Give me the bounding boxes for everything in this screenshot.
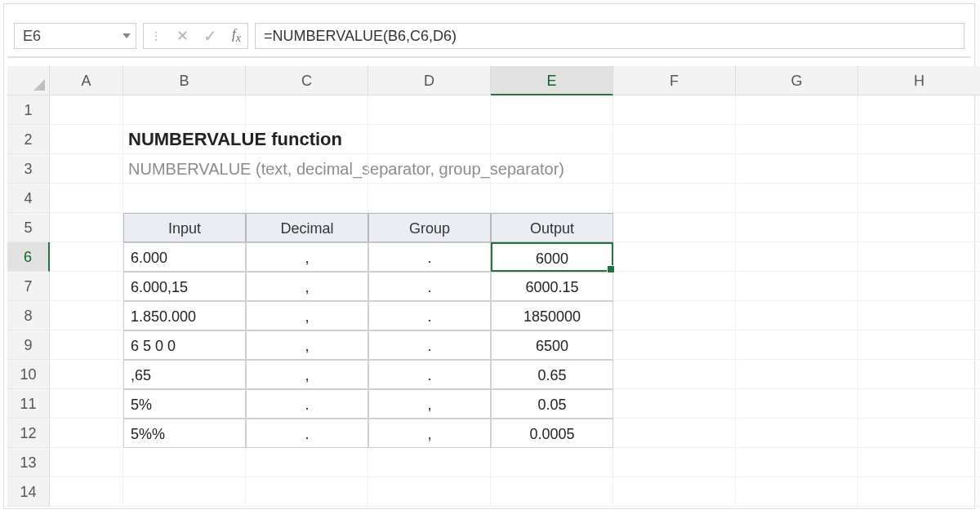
cell-B11[interactable]: 5% — [123, 389, 246, 419]
cell-F6[interactable] — [613, 242, 736, 272]
cell-C8[interactable]: , — [246, 301, 368, 330]
formula-input[interactable]: =NUMBERVALUE(B6,C6,D6) — [255, 23, 964, 49]
cell-B4[interactable] — [123, 184, 246, 213]
cell-H3[interactable] — [858, 154, 980, 184]
cell-E6-selected[interactable]: 6000 — [491, 242, 613, 272]
cell-D4[interactable] — [368, 184, 491, 213]
cell-H6[interactable] — [858, 242, 980, 272]
cell-H4[interactable] — [858, 184, 980, 213]
cell-G1[interactable] — [736, 95, 858, 125]
col-header-C[interactable]: C — [246, 66, 368, 95]
col-header-A[interactable]: A — [50, 66, 123, 95]
cell-H12[interactable] — [858, 419, 980, 448]
cell-E13[interactable] — [491, 448, 613, 477]
row-header-5[interactable]: 5 — [7, 213, 50, 242]
cell-F13[interactable] — [613, 448, 736, 477]
cell-B10[interactable]: ,65 — [123, 360, 246, 389]
cell-A8[interactable] — [50, 301, 123, 330]
cell-F8[interactable] — [613, 301, 736, 330]
row-header-12[interactable]: 12 — [7, 419, 50, 448]
cell-A2[interactable] — [50, 125, 123, 154]
cell-F3[interactable] — [613, 154, 736, 184]
row-header-11[interactable]: 11 — [7, 389, 50, 419]
cell-E3[interactable] — [491, 154, 613, 184]
row-header-8[interactable]: 8 — [7, 301, 50, 330]
cell-H2[interactable] — [858, 125, 980, 154]
cell-B3-subtitle[interactable]: NUMBERVALUE (text, decimal_separator, gr… — [123, 154, 246, 184]
cell-G10[interactable] — [736, 360, 858, 389]
th-group[interactable]: Group — [368, 213, 491, 242]
cell-D9[interactable]: . — [368, 330, 491, 360]
cell-H14[interactable] — [858, 477, 980, 507]
row-header-7[interactable]: 7 — [7, 272, 50, 301]
cell-D8[interactable]: . — [368, 301, 491, 330]
cell-C13[interactable] — [246, 448, 368, 477]
cell-C9[interactable]: , — [246, 330, 368, 360]
fx-icon[interactable]: fx — [232, 26, 241, 45]
row-header-3[interactable]: 3 — [7, 154, 50, 184]
row-header-4[interactable]: 4 — [7, 184, 50, 213]
cell-H7[interactable] — [858, 272, 980, 301]
cell-H9[interactable] — [858, 330, 980, 360]
cell-B13[interactable] — [123, 448, 246, 477]
cell-B8[interactable]: 1.850.000 — [123, 301, 246, 330]
cell-G13[interactable] — [736, 448, 858, 477]
cell-H10[interactable] — [858, 360, 980, 389]
cell-E9[interactable]: 6500 — [491, 330, 613, 360]
cell-F14[interactable] — [613, 477, 736, 507]
cell-D13[interactable] — [368, 448, 491, 477]
cell-G5[interactable] — [736, 213, 858, 242]
cell-A14[interactable] — [50, 477, 123, 507]
cell-B6[interactable]: 6.000 — [123, 242, 246, 272]
cell-A11[interactable] — [50, 389, 123, 419]
cell-E11[interactable]: 0.05 — [491, 389, 613, 419]
cell-F4[interactable] — [613, 184, 736, 213]
enter-icon[interactable]: ✓ — [203, 26, 217, 46]
row-header-14[interactable]: 14 — [7, 477, 50, 507]
cell-C6[interactable]: , — [246, 242, 368, 272]
cell-G8[interactable] — [736, 301, 858, 330]
cell-B7[interactable]: 6.000,15 — [123, 272, 246, 301]
cell-A3[interactable] — [50, 154, 123, 184]
spreadsheet-grid[interactable]: A B C D E F G H 1 2 NUMBERVALUE function… — [7, 66, 971, 505]
cell-B9[interactable]: 6 5 0 0 — [123, 330, 246, 360]
cell-E10[interactable]: 0.65 — [491, 360, 613, 389]
cell-A6[interactable] — [50, 242, 123, 272]
cell-C10[interactable]: , — [246, 360, 368, 389]
cell-G14[interactable] — [736, 477, 858, 507]
cell-C1[interactable] — [246, 95, 368, 125]
th-decimal[interactable]: Decimal — [246, 213, 368, 242]
cell-F9[interactable] — [613, 330, 736, 360]
cell-F5[interactable] — [613, 213, 736, 242]
cell-F7[interactable] — [613, 272, 736, 301]
cell-C3[interactable] — [246, 154, 368, 184]
col-header-E[interactable]: E — [491, 66, 613, 95]
select-all-corner[interactable] — [7, 66, 50, 95]
cell-E2[interactable] — [491, 125, 613, 154]
cell-E8[interactable]: 1850000 — [491, 301, 613, 330]
cell-D2[interactable] — [368, 125, 491, 154]
cell-E4[interactable] — [491, 184, 613, 213]
cell-A13[interactable] — [50, 448, 123, 477]
cell-G11[interactable] — [736, 389, 858, 419]
cell-C12[interactable]: . — [246, 419, 368, 448]
more-icon[interactable]: ⋮ — [150, 29, 162, 42]
cell-A4[interactable] — [50, 184, 123, 213]
cell-E7[interactable]: 6000.15 — [491, 272, 613, 301]
cell-E1[interactable] — [491, 95, 613, 125]
cell-H1[interactable] — [858, 95, 980, 125]
cell-A12[interactable] — [50, 419, 123, 448]
row-header-1[interactable]: 1 — [7, 95, 50, 125]
cell-E12[interactable]: 0.0005 — [491, 419, 613, 448]
cell-D14[interactable] — [368, 477, 491, 507]
row-header-10[interactable]: 10 — [7, 360, 50, 389]
cell-D1[interactable] — [368, 95, 491, 125]
row-header-2[interactable]: 2 — [7, 125, 50, 154]
cell-D7[interactable]: . — [368, 272, 491, 301]
cell-B1[interactable] — [123, 95, 246, 125]
cell-H13[interactable] — [858, 448, 980, 477]
col-header-F[interactable]: F — [613, 66, 736, 95]
cell-G9[interactable] — [736, 330, 858, 360]
cell-F10[interactable] — [613, 360, 736, 389]
cell-C7[interactable]: , — [246, 272, 368, 301]
